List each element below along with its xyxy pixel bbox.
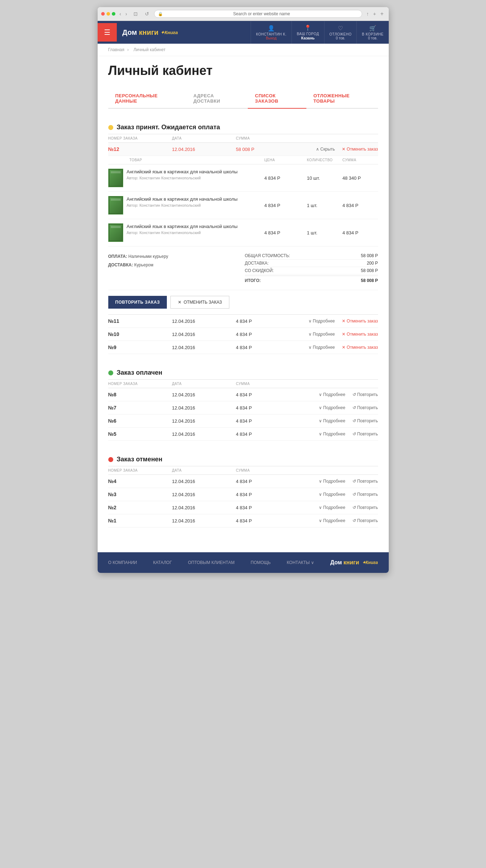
heart-icon: ♡ [338, 25, 343, 32]
details-link-1[interactable]: ∨ Подробнее [319, 518, 345, 523]
items-col-total: СУММА [343, 158, 378, 162]
items-col-product: ТОВАР [130, 158, 264, 162]
page-content: Личный кабинет ПЕРСОНАЛЬНЫЕ ДАННЫЕ АДРЕС… [98, 56, 389, 552]
footer-help[interactable]: ПОМОЩЬ [251, 560, 271, 565]
order-num-5: №5 [108, 431, 172, 437]
minimize-dot[interactable] [107, 12, 110, 16]
item-name-3[interactable]: Английский язык в картинках для начально… [127, 223, 264, 230]
repeat-link-3[interactable]: ↺ Повторить [353, 492, 378, 497]
details-link-9[interactable]: ∨ Подробнее [308, 345, 335, 350]
section-paid: Заказ оплачен НОМЕР ЗАКАЗА ДАТА СУММА №8… [108, 365, 378, 441]
browser-nav: ‹ › [118, 10, 129, 17]
details-link-2[interactable]: ∨ Подробнее [319, 505, 345, 510]
details-link-5[interactable]: ∨ Подробнее [319, 432, 345, 436]
order-num-2: №2 [108, 505, 172, 510]
order-actions-10: ∨ Подробнее ✕ Отменить заказ [300, 332, 378, 337]
repeat-link-2[interactable]: ↺ Повторить [353, 505, 378, 510]
repeat-link-1[interactable]: ↺ Повторить [353, 518, 378, 523]
share-button[interactable]: ↑ [365, 10, 370, 18]
total-row-final: ИТОГО: 58 008 Р [245, 276, 378, 284]
order-sum-1: 4 834 Р [236, 518, 300, 523]
repeat-link-5[interactable]: ↺ Повторить [353, 432, 378, 436]
new-tab-button[interactable]: + [379, 10, 385, 18]
forward-button[interactable]: › [124, 10, 129, 17]
footer-catalog[interactable]: КАТАЛОГ [153, 560, 172, 565]
logo-dom: Дом книги [122, 28, 159, 37]
total-label-final: ИТОГО: [245, 278, 261, 283]
bookmark-button[interactable]: + [372, 10, 377, 18]
footer-logo[interactable]: Дом книги ✦Книга [330, 559, 378, 566]
hide-link-12[interactable]: ∧ Скрыть [316, 147, 335, 152]
cart-nav-item[interactable]: 🛒 В КОРЗИНЕ 0 тов. [356, 21, 388, 44]
col-actions-cancelled [300, 468, 378, 472]
cancel-link-11[interactable]: ✕ Отменить заказ [342, 319, 378, 324]
repeat-order-button[interactable]: ПОВТОРИТЬ ЗАКАЗ [108, 296, 167, 309]
details-link-8[interactable]: ∨ Подробнее [319, 392, 345, 397]
details-link-11[interactable]: ∨ Подробнее [308, 319, 335, 324]
order-row-9: №9 12.04.2016 4 834 Р ∨ Подробнее ✕ Отме… [108, 341, 378, 354]
order-table-header-paid: НОМЕР ЗАКАЗА ДАТА СУММА [108, 379, 378, 388]
tab-orders[interactable]: СПИСОК ЗАКАЗОВ [248, 89, 306, 109]
menu-button[interactable]: ☰ [98, 23, 117, 42]
header-nav: 👤 КОНСТАНТИН К. Выход 📍 ВАШ ГОРОД Казань… [184, 21, 388, 44]
footer-about[interactable]: О КОМПАНИИ [108, 560, 137, 565]
cancel-link-9[interactable]: ✕ Отменить заказ [342, 345, 378, 350]
order-num-10: №10 [108, 331, 172, 337]
cancel-link-10[interactable]: ✕ Отменить заказ [342, 332, 378, 337]
logo-knigi: книги [139, 28, 158, 36]
footer-wholesale[interactable]: ОПТОВЫМ КЛИЕНТАМ [188, 560, 235, 565]
order-date-5: 12.04.2016 [172, 432, 236, 437]
details-link-4[interactable]: ∨ Подробнее [319, 479, 345, 484]
item-image-2 [108, 196, 123, 215]
section-cancelled-title: Заказ отменен [117, 456, 163, 463]
repeat-link-8[interactable]: ↺ Повторить [353, 392, 378, 397]
repeat-link-7[interactable]: ↺ Повторить [353, 405, 378, 410]
browser-chrome: ‹ › ⊡ ↺ 🔒 Search or enter website name ↑… [98, 7, 389, 21]
order-table-header-pending: НОМЕР ЗАКАЗА ДАТА СУММА [108, 134, 378, 143]
item-name-2[interactable]: Английский язык в картинках для начально… [127, 196, 264, 202]
section-cancelled: Заказ отменен НОМЕР ЗАКАЗА ДАТА СУММА №4… [108, 451, 378, 527]
city-nav-item[interactable]: 📍 ВАШ ГОРОД Казань [291, 21, 324, 44]
order-num-11: №11 [108, 318, 172, 324]
details-link-10[interactable]: ∨ Подробнее [308, 332, 335, 337]
item-text-2: Английский язык в картинках для начально… [127, 196, 264, 207]
tab-addresses[interactable]: АДРЕСА ДОСТАВКИ [186, 89, 248, 109]
order-row-12: №12 12.04.2016 58 008 Р ∧ Скрыть ✕ Отмен… [108, 143, 378, 156]
repeat-link-6[interactable]: ↺ Повторить [353, 418, 378, 423]
repeat-link-4[interactable]: ↺ Повторить [353, 479, 378, 484]
order-date-12: 12.04.2016 [172, 147, 236, 152]
address-bar[interactable]: 🔒 Search or enter website name [154, 10, 362, 18]
cancel-x-icon: ✕ [178, 300, 181, 305]
details-link-7[interactable]: ∨ Подробнее [319, 405, 345, 410]
user-nav-item[interactable]: 👤 КОНСТАНТИН К. Выход [251, 21, 291, 44]
total-label-discount: СО СКИДКОЙ: [245, 268, 274, 273]
close-dot[interactable] [101, 12, 105, 16]
site-logo[interactable]: Дом книги ✦Книга [117, 26, 184, 39]
logout-link[interactable]: Выход [266, 36, 277, 40]
order-footer-12: ОПЛАТА: Наличными курьеру ДОСТАВКА: Курь… [108, 246, 378, 290]
item-name-1[interactable]: Английский язык в картинках для начально… [127, 169, 264, 175]
back-button[interactable]: ‹ [118, 10, 123, 17]
col-date-cancelled: ДАТА [172, 468, 236, 472]
maximize-dot[interactable] [112, 12, 115, 16]
order-row-4: №4 12.04.2016 4 834 Р ∨ Подробнее ↺ Повт… [108, 475, 378, 488]
tab-personal[interactable]: ПЕРСОНАЛЬНЫЕ ДАННЫЕ [108, 89, 186, 109]
tab-button[interactable]: ⊡ [131, 10, 140, 17]
refresh-button[interactable]: ↺ [143, 10, 151, 17]
col-date-paid: ДАТА [172, 382, 236, 386]
item-row-1: Английский язык в картинках для начально… [108, 164, 378, 192]
items-col-price: ЦЕНА [264, 158, 307, 162]
wishlist-nav-item[interactable]: ♡ ОТЛОЖЕНО 0 тов. [324, 21, 357, 44]
footer-logo-sub: ✦Книга [362, 560, 378, 565]
breadcrumb-home[interactable]: Главная [108, 47, 125, 52]
cancel-link-12[interactable]: ✕ Отменить заказ [342, 147, 378, 152]
details-link-6[interactable]: ∨ Подробнее [319, 418, 345, 423]
tab-wishlist[interactable]: ОТЛОЖЕННЫЕ ТОВАРЫ [306, 89, 378, 109]
order-date-6: 12.04.2016 [172, 418, 236, 424]
details-link-3[interactable]: ∨ Подробнее [319, 492, 345, 497]
item-author-3: Автор: Константин Константинопольский [127, 230, 264, 235]
order-num-4: №4 [108, 478, 172, 484]
cancel-order-button[interactable]: ✕ ОТМЕНИТЬ ЗАКАЗ [170, 296, 229, 309]
order-sum-2: 4 834 Р [236, 505, 300, 510]
footer-contacts[interactable]: КОНТАКТЫ ∨ [287, 560, 314, 565]
